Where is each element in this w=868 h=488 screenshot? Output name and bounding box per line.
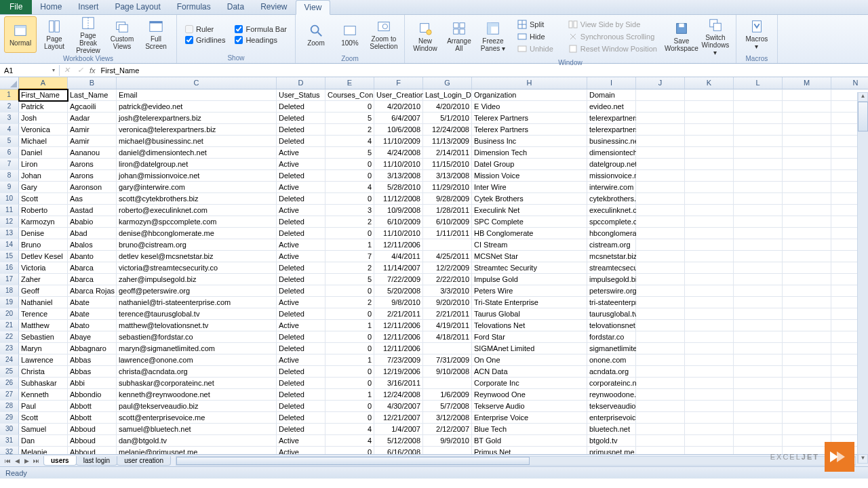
cell[interactable]: Scott	[19, 193, 68, 205]
cell[interactable]: 4	[326, 435, 374, 447]
home-tab[interactable]: Home	[32, 0, 70, 14]
row-header[interactable]: 10	[0, 193, 19, 205]
cell[interactable]: matthew@telovationsnet.tv	[117, 320, 277, 331]
cell[interactable]	[636, 297, 685, 308]
cell[interactable]	[685, 136, 734, 147]
cell[interactable]: Cytek Brothers	[472, 193, 587, 205]
cell[interactable]: 9/20/2010	[423, 297, 472, 308]
cell[interactable]	[685, 216, 734, 228]
row-header[interactable]: 2	[0, 101, 19, 113]
cell[interactable]: Denise	[19, 228, 68, 239]
cell[interactable]	[734, 170, 783, 182]
cell[interactable]	[636, 378, 685, 389]
cell[interactable]	[636, 113, 685, 124]
cell[interactable]: Corporate Inc	[472, 378, 587, 389]
sheet-tab-user-creation[interactable]: user creation	[117, 456, 171, 466]
row-header[interactable]: 31	[0, 435, 19, 447]
column-header[interactable]: A	[19, 77, 68, 89]
cell[interactable]	[783, 193, 831, 205]
cell[interactable]: karmozyn@spccomplete.com	[117, 216, 277, 228]
cell[interactable]	[783, 239, 831, 251]
cell[interactable]	[636, 343, 685, 354]
cell[interactable]	[636, 412, 685, 424]
cell[interactable]: 0	[326, 378, 374, 389]
cell[interactable]: Telovations Net	[472, 320, 587, 331]
row-headers[interactable]: 1234567891011121314151617181920212223242…	[0, 89, 19, 454]
cell[interactable]: Liron	[19, 159, 68, 170]
cell[interactable]: Aas	[68, 193, 117, 205]
cell[interactable]: acndata.org	[587, 366, 636, 378]
cell[interactable]	[783, 401, 831, 412]
data-tab[interactable]: Data	[219, 0, 252, 14]
cell[interactable]	[783, 320, 831, 331]
cell[interactable]	[636, 147, 685, 159]
cell[interactable]: Active	[277, 205, 326, 216]
cell[interactable]: 3/3/2010	[423, 285, 472, 297]
cell[interactable]: 5/7/2008	[423, 401, 472, 412]
cell[interactable]	[636, 182, 685, 193]
cell[interactable]: Last_Login_D	[423, 89, 472, 101]
cell[interactable]	[685, 251, 734, 262]
cell[interactable]	[783, 159, 831, 170]
cell[interactable]: 1/11/2011	[423, 228, 472, 239]
cell[interactable]: 0	[326, 401, 374, 412]
cell[interactable]	[734, 297, 783, 308]
cell[interactable]: Blue Tech	[472, 424, 587, 435]
cell[interactable]: btgold.tv	[587, 435, 636, 447]
cell[interactable]: 4	[326, 424, 374, 435]
cell[interactable]	[734, 89, 783, 101]
cell[interactable]: Kenneth	[19, 389, 68, 401]
cell[interactable]: 4	[326, 136, 374, 147]
cell[interactable]	[636, 401, 685, 412]
cell[interactable]: Aaronson	[68, 182, 117, 193]
row-header[interactable]: 30	[0, 424, 19, 435]
cell[interactable]: Deleted	[277, 378, 326, 389]
cell[interactable]	[783, 331, 831, 343]
cell[interactable]: 5/20/2008	[374, 285, 423, 297]
row-header[interactable]: 13	[0, 228, 19, 239]
cell[interactable]: cytekbrothers.biz	[587, 193, 636, 205]
cell[interactable]: 9/10/2008	[423, 366, 472, 378]
sheet-nav-next-icon[interactable]: ▶	[22, 458, 31, 464]
insert-tab[interactable]: Insert	[70, 0, 106, 14]
cell[interactable]: Abaye	[68, 331, 117, 343]
cell[interactable]	[734, 205, 783, 216]
cell[interactable]: Daniel	[19, 147, 68, 159]
cell[interactable]	[685, 401, 734, 412]
cell[interactable]: 0	[326, 366, 374, 378]
cell[interactable]: Active	[277, 297, 326, 308]
cell[interactable]	[734, 193, 783, 205]
cell[interactable]: patrick@evideo.net	[117, 101, 277, 113]
column-header[interactable]: B	[68, 77, 117, 89]
cell[interactable]: 1	[326, 354, 374, 366]
column-header[interactable]: G	[423, 77, 472, 89]
cell[interactable]: Bruno	[19, 239, 68, 251]
cell[interactable]: 4/20/2010	[423, 101, 472, 113]
cell[interactable]: missionvoice.net	[587, 170, 636, 182]
file-tab[interactable]: File	[0, 0, 32, 14]
cell[interactable]	[734, 331, 783, 343]
cell[interactable]: 1/6/2009	[423, 389, 472, 401]
cell[interactable]: MCSNet Star	[472, 251, 587, 262]
cell[interactable]: Abate	[68, 297, 117, 308]
cell[interactable]	[734, 285, 783, 297]
cell[interactable]	[636, 354, 685, 366]
cell[interactable]	[636, 308, 685, 320]
cell[interactable]: 12/11/2006	[374, 239, 423, 251]
cell[interactable]	[783, 308, 831, 320]
cell[interactable]: Johan	[19, 170, 68, 182]
cell[interactable]: Abboud	[68, 447, 117, 454]
cell[interactable]: E Video	[472, 101, 587, 113]
cell[interactable]: Telerex Partners	[472, 124, 587, 136]
cell[interactable]	[685, 285, 734, 297]
cell[interactable]: interwire.com	[587, 182, 636, 193]
cell[interactable]	[685, 435, 734, 447]
cell[interactable]: 4/20/2010	[374, 101, 423, 113]
cell[interactable]	[734, 274, 783, 285]
cell[interactable]: Tri-State Enterprise	[472, 297, 587, 308]
cell[interactable]	[783, 101, 831, 113]
cell[interactable]: 5/12/2008	[374, 435, 423, 447]
row-header[interactable]: 23	[0, 343, 19, 354]
sheet-tab-users[interactable]: users	[43, 456, 77, 466]
row-header[interactable]: 3	[0, 113, 19, 124]
